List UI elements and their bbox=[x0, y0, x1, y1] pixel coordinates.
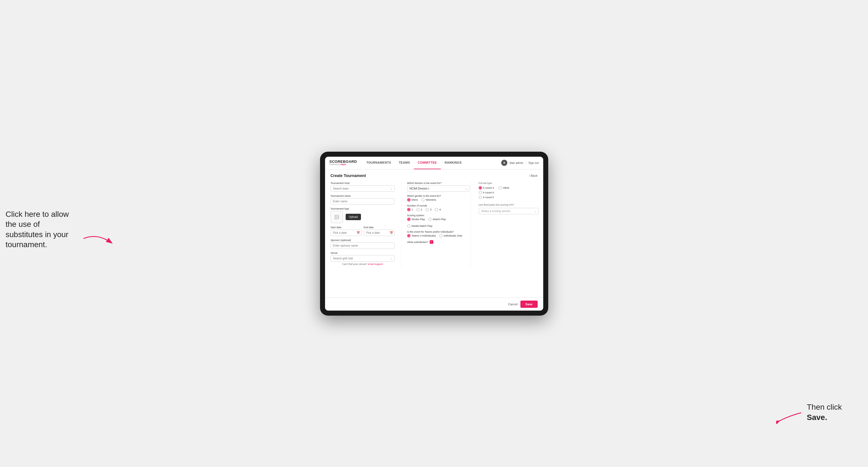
scoring-medal-label: Medal Match Play bbox=[412, 224, 433, 227]
round-2[interactable]: 2 bbox=[416, 208, 422, 211]
format-6count4[interactable]: 6 count 4 bbox=[479, 191, 539, 194]
round-4[interactable]: 4 bbox=[435, 208, 440, 211]
scoring-medal-radio[interactable] bbox=[407, 224, 410, 228]
logo-powered: Powered by clippd bbox=[330, 163, 357, 165]
cancel-button[interactable]: Cancel bbox=[508, 303, 518, 306]
end-date-label: End date bbox=[364, 226, 395, 229]
round-2-label: 2 bbox=[421, 208, 422, 211]
format-other-radio[interactable] bbox=[498, 186, 502, 189]
format-6count4-radio[interactable] bbox=[479, 191, 482, 194]
page-header: Create Tournament ‹ Back bbox=[331, 174, 538, 178]
individuals-only[interactable]: Individuals Only bbox=[439, 234, 462, 238]
gender-mens-label: Mens bbox=[412, 198, 418, 201]
scoring-service-select[interactable]: Select a scoring service bbox=[479, 208, 539, 214]
scoring-match-radio[interactable] bbox=[428, 218, 432, 221]
format-6count4-label: 6 count 4 bbox=[483, 191, 494, 194]
scoring-medal[interactable]: Medal Match Play bbox=[407, 224, 433, 228]
gender-womens[interactable]: Womens bbox=[421, 198, 436, 201]
page-title: Create Tournament bbox=[331, 174, 366, 178]
end-date-wrapper: 📅 bbox=[364, 229, 395, 236]
scoring-stroke-radio[interactable] bbox=[407, 218, 410, 221]
scoring-stroke-label: Stroke Play bbox=[412, 218, 425, 221]
email-support-link[interactable]: email support bbox=[368, 263, 383, 266]
upload-button[interactable]: Upload bbox=[346, 214, 361, 220]
format-other-label: Other bbox=[503, 186, 509, 189]
division-label: Which division is the event for? bbox=[407, 182, 469, 185]
round-4-label: 4 bbox=[439, 208, 440, 211]
venue-wrapper bbox=[331, 255, 395, 261]
back-link[interactable]: ‹ Back bbox=[529, 174, 537, 177]
form-right-column: Format type 5 count 4 Other bbox=[477, 182, 539, 268]
gender-group: Which gender is the event for? Mens Wome… bbox=[407, 194, 469, 201]
tournament-host-group: Tournament Host bbox=[331, 182, 395, 192]
format-5count4[interactable]: 5 count 4 bbox=[479, 186, 494, 189]
format-options: 5 count 4 Other 6 count 4 bbox=[479, 186, 539, 199]
venue-help: Can't find your venue? email support bbox=[331, 263, 395, 266]
tournament-host-input[interactable] bbox=[331, 185, 395, 192]
sponsor-input[interactable] bbox=[331, 242, 395, 249]
arrow-left-icon bbox=[81, 230, 114, 247]
nav-divider: | bbox=[525, 161, 526, 164]
format-6count5[interactable]: 6 count 5 bbox=[479, 196, 539, 199]
teams-plus[interactable]: Teams (+Individuals) bbox=[407, 234, 436, 238]
sponsor-group: Sponsor (optional) bbox=[331, 239, 395, 249]
format-6count5-radio[interactable] bbox=[479, 196, 482, 199]
tablet-screen: SCOREBOARD Powered by clippd TOURNAMENTS… bbox=[325, 157, 543, 311]
round-3-radio[interactable] bbox=[426, 208, 429, 211]
scoring-api-label: Use third-party live scoring API? bbox=[479, 204, 539, 206]
tournament-name-label: Tournament name bbox=[331, 194, 395, 197]
venue-label: Venue bbox=[331, 252, 395, 254]
round-2-radio[interactable] bbox=[416, 208, 420, 211]
individuals-only-radio[interactable] bbox=[439, 234, 442, 238]
tournament-name-input[interactable] bbox=[331, 198, 395, 205]
start-date-label: Start date bbox=[331, 226, 362, 229]
scoring-service-wrapper: Select a scoring service bbox=[479, 208, 539, 214]
substitutes-item[interactable]: Allow substitutes? ✓ bbox=[407, 240, 469, 244]
start-date-input[interactable] bbox=[331, 229, 362, 236]
form-grid: Tournament Host Tournament name Tourname… bbox=[331, 182, 538, 268]
annotation-left: Click here to allow the use of substitut… bbox=[6, 209, 78, 250]
teams-radio-group: Teams (+Individuals) Individuals Only bbox=[407, 234, 469, 238]
nav-teams[interactable]: TEAMS bbox=[395, 157, 414, 169]
rounds-label: Number of rounds bbox=[407, 204, 469, 207]
teams-plus-label: Teams (+Individuals) bbox=[412, 234, 436, 237]
save-button[interactable]: Save bbox=[520, 301, 538, 308]
tournament-logo-label: Tournament logo bbox=[331, 207, 395, 210]
tournament-logo-group: Tournament logo Upload bbox=[331, 207, 395, 223]
sign-out-link[interactable]: Sign out bbox=[528, 161, 539, 164]
nav-tournaments[interactable]: TOURNAMENTS bbox=[362, 157, 395, 169]
round-3[interactable]: 3 bbox=[426, 208, 431, 211]
division-select[interactable]: NCAA Division I bbox=[407, 185, 469, 192]
round-1[interactable]: 1 bbox=[407, 208, 413, 211]
teams-plus-radio[interactable] bbox=[407, 234, 410, 238]
scoring-stroke[interactable]: Stroke Play bbox=[407, 218, 425, 221]
venue-group: Venue Can't find your venue? email suppo… bbox=[331, 252, 395, 266]
annotation-right: Then click Save. bbox=[807, 402, 862, 423]
tablet-device: SCOREBOARD Powered by clippd TOURNAMENTS… bbox=[320, 152, 548, 316]
logo-scoreboard: SCOREBOARD bbox=[330, 160, 357, 163]
gender-mens-radio[interactable] bbox=[407, 198, 410, 201]
substitutes-checkbox[interactable]: ✓ bbox=[430, 240, 433, 244]
tournament-host-wrapper bbox=[331, 185, 395, 192]
round-1-radio[interactable] bbox=[407, 208, 410, 211]
nav-rankings[interactable]: RANKINGS bbox=[441, 157, 466, 169]
scoring-match-label: Match Play bbox=[433, 218, 446, 221]
page-footer: Cancel Save bbox=[325, 298, 543, 311]
round-4-radio[interactable] bbox=[435, 208, 438, 211]
nav-committee[interactable]: COMMITTEE bbox=[414, 157, 441, 169]
venue-input[interactable] bbox=[331, 255, 395, 261]
division-group: Which division is the event for? NCAA Di… bbox=[407, 182, 469, 192]
round-3-label: 3 bbox=[430, 208, 431, 211]
rounds-group: Number of rounds 1 2 bbox=[407, 204, 469, 211]
substitutes-group: Allow substitutes? ✓ bbox=[407, 240, 469, 244]
end-date-input[interactable] bbox=[364, 229, 395, 236]
gender-mens[interactable]: Mens bbox=[407, 198, 418, 201]
avatar: B bbox=[501, 160, 507, 166]
teams-label: Is this event for Teams and/or Individua… bbox=[407, 230, 469, 233]
division-wrapper: NCAA Division I bbox=[407, 185, 469, 192]
gender-womens-radio[interactable] bbox=[421, 198, 425, 201]
navigation: SCOREBOARD Powered by clippd TOURNAMENTS… bbox=[325, 157, 543, 169]
scoring-match[interactable]: Match Play bbox=[428, 218, 446, 221]
format-other[interactable]: Other bbox=[498, 186, 509, 189]
format-5count4-radio[interactable] bbox=[479, 186, 482, 189]
